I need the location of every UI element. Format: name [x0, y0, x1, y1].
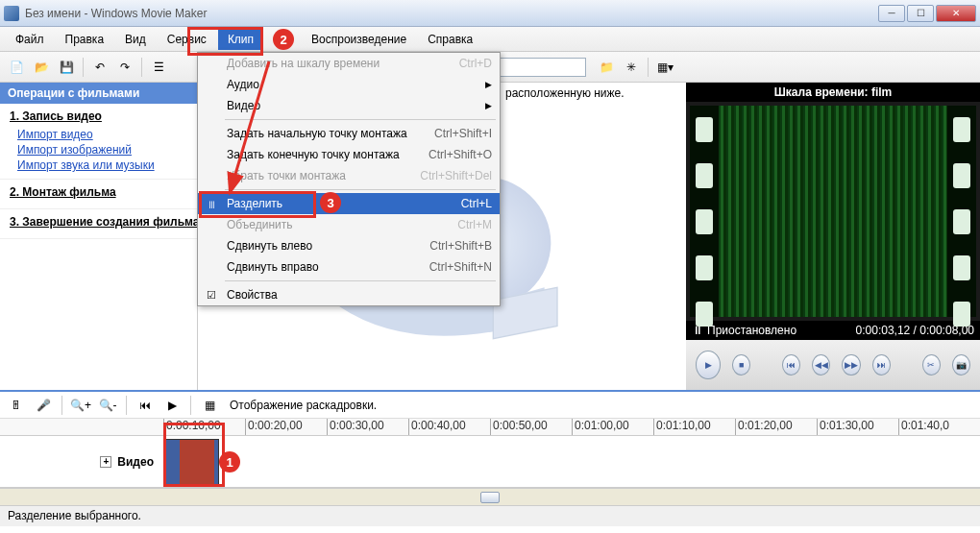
preview-video [690, 106, 976, 317]
properties-icon: ☑ [204, 287, 219, 303]
expand-icon[interactable]: + [100, 456, 111, 468]
rewind-button[interactable]: ◀◀ [812, 354, 830, 376]
minimize-button[interactable]: ─ [878, 5, 905, 22]
zoom-in-icon[interactable]: 🔍+ [70, 395, 91, 416]
menu-tools[interactable]: Сервис [158, 29, 216, 50]
clip-dropdown-menu: Добавить на шкалу времениCtrl+D Аудио▶ В… [197, 52, 501, 306]
dd-add-timeline[interactable]: Добавить на шкалу времениCtrl+D [198, 53, 500, 74]
taskpane-header: Операции с фильмами [0, 83, 197, 104]
section-title[interactable]: 2. Монтаж фильма [10, 185, 187, 199]
storyboard-icon[interactable]: ▦ [199, 395, 220, 416]
prev-button[interactable]: ⏮ [782, 354, 800, 376]
tasks-icon[interactable]: ☰ [148, 57, 169, 78]
next-button[interactable]: ⏭ [872, 354, 891, 376]
app-icon [4, 6, 19, 21]
menu-play[interactable]: Воспроизведение [265, 29, 416, 50]
preview-status: Приостановлено [707, 324, 796, 337]
timeline-toolbar: 🎚 🎤 🔍+ 🔍- ⏮ ▶ ▦ Отображение раскадровки. [0, 392, 980, 419]
up-icon[interactable]: 📁 [596, 57, 617, 78]
redo-icon[interactable]: ↷ [114, 57, 135, 78]
titlebar: Без имени - Windows Movie Maker ─ ☐ ✕ [0, 0, 980, 27]
save-icon[interactable]: 💾 [56, 57, 77, 78]
video-clip[interactable] [165, 439, 219, 485]
timeline-toolbar-text[interactable]: Отображение раскадровки. [230, 399, 377, 412]
newfolder-icon[interactable]: ✳ [621, 57, 642, 78]
menu-edit[interactable]: Правка [56, 29, 114, 50]
menu-clip[interactable]: Клип [218, 29, 263, 50]
dd-split[interactable]: ⫼РазделитьCtrl+L [198, 193, 500, 214]
forward-button[interactable]: ▶▶ [842, 354, 860, 376]
undo-icon[interactable]: ↶ [89, 57, 110, 78]
section-record: 1. Запись видео Импорт видео Импорт изоб… [0, 104, 197, 180]
separator [648, 58, 649, 77]
new-icon[interactable]: 📄 [6, 57, 27, 78]
play-button[interactable]: ▶ [696, 351, 721, 379]
dd-set-end-trim[interactable]: Задать конечную точку монтажаCtrl+Shift+… [198, 144, 500, 165]
zoom-out-icon[interactable]: 🔍- [97, 395, 118, 416]
video-track: +Видео [0, 436, 980, 488]
split-button[interactable]: ✂ [922, 354, 941, 376]
preview-title: Шкала времени: film [686, 83, 980, 102]
dd-nudge-left[interactable]: Сдвинуть влевоCtrl+Shift+B [198, 235, 500, 256]
dd-clear-trim[interactable]: Убрать точки монтажаCtrl+Shift+Del [198, 165, 500, 186]
separator [83, 58, 84, 77]
dd-properties[interactable]: ☑Свойства [198, 284, 500, 305]
timeline-ruler[interactable]: 0:00:10,000:00:20,000:00:30,00 0:00:40,0… [0, 419, 980, 436]
snapshot-button[interactable]: 📷 [952, 354, 970, 376]
link-import-audio[interactable]: Импорт звука или музыки [10, 157, 187, 173]
dd-audio[interactable]: Аудио▶ [198, 74, 500, 95]
dd-combine[interactable]: ОбъединитьCtrl+M [198, 214, 500, 235]
preview-pane: Шкала времени: film ⏸Приостановлено 0:00… [686, 83, 980, 390]
preview-controls: ▶ ■ ⏮ ◀◀ ▶▶ ⏭ ✂ 📷 [686, 340, 980, 390]
statusbar: Разделение выбранного. [0, 505, 980, 526]
menu-file[interactable]: Файл [6, 29, 54, 50]
section-title[interactable]: 1. Запись видео [10, 109, 187, 123]
menu-help[interactable]: Справка [418, 29, 482, 50]
tl-rewind-icon[interactable]: ⏮ [135, 395, 156, 416]
link-import-video[interactable]: Импорт видео [10, 127, 187, 142]
tl-narrate-icon[interactable]: 🎤 [33, 395, 54, 416]
preview-statusbar: ⏸Приостановлено 0:00:03,12 / 0:00:08,00 [686, 321, 980, 340]
menubar: Файл Правка Вид Сервис Клип Воспроизведе… [0, 27, 980, 52]
timeline-area: 🎚 🎤 🔍+ 🔍- ⏮ ▶ ▦ Отображение раскадровки.… [0, 390, 980, 505]
dd-video[interactable]: Видео▶ [198, 95, 500, 116]
timeline-scrollbar[interactable] [0, 488, 980, 505]
dd-nudge-right[interactable]: Сдвинуть вправоCtrl+Shift+N [198, 256, 500, 278]
maximize-button[interactable]: ☐ [907, 5, 934, 22]
section-finish: 3. Завершение создания фильма [0, 209, 197, 239]
track-content[interactable] [163, 436, 980, 487]
split-icon: ⫼ [204, 196, 219, 211]
menu-view[interactable]: Вид [115, 29, 156, 50]
dd-set-start-trim[interactable]: Задать начальную точку монтажаCtrl+Shift… [198, 123, 500, 144]
section-edit: 2. Монтаж фильма [0, 180, 197, 209]
separator [141, 58, 142, 77]
section-title[interactable]: 3. Завершение создания фильма [10, 215, 187, 229]
tl-play-icon[interactable]: ▶ [161, 395, 183, 416]
link-import-images[interactable]: Импорт изображений [10, 142, 187, 157]
track-label: Видео [117, 455, 154, 469]
open-icon[interactable]: 📂 [31, 57, 52, 78]
tl-level-icon[interactable]: 🎚 [6, 395, 27, 416]
views-icon[interactable]: ▦▾ [654, 57, 675, 78]
stop-button[interactable]: ■ [732, 354, 750, 376]
close-button[interactable]: ✕ [936, 5, 976, 22]
task-pane: Операции с фильмами 1. Запись видео Импо… [0, 83, 198, 390]
window-title: Без имени - Windows Movie Maker [25, 7, 878, 20]
help-text: расположенную ниже. [505, 86, 625, 100]
